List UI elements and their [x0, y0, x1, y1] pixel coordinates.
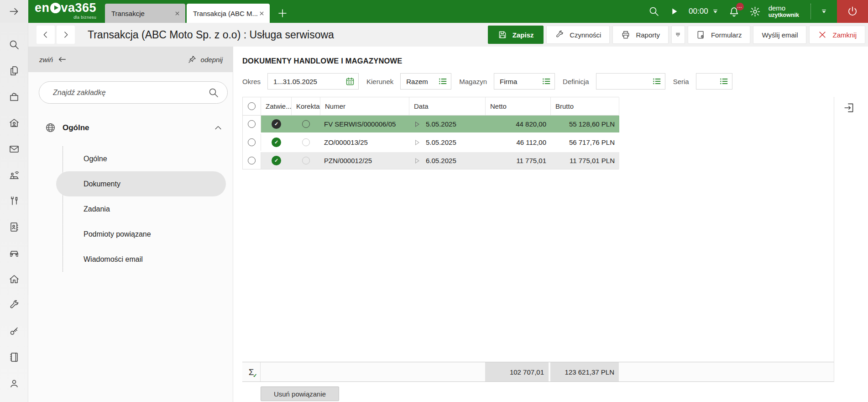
- row-selector[interactable]: [243, 152, 261, 169]
- open-in-list-button[interactable]: [842, 100, 857, 115]
- tab-transakcja-abc[interactable]: Transakcja (ABC M...: [187, 4, 270, 23]
- logout-power-button[interactable]: [837, 0, 868, 23]
- table-rows: ✓ FV SERWIS/000006/05 5.05.2025 44 820,0…: [243, 116, 619, 169]
- summary-spacer: [261, 362, 485, 381]
- unpin-icon: [188, 55, 197, 64]
- list-icon[interactable]: [719, 77, 728, 86]
- notifications-button[interactable]: ...: [728, 6, 740, 17]
- table-row[interactable]: ✓ PZN/000012/25 6.05.2025 11 775,01 11 7…: [243, 152, 619, 169]
- user-menu[interactable]: demo uzytkownik: [769, 4, 799, 19]
- work-timer[interactable]: 00:00: [689, 7, 719, 16]
- forward-button[interactable]: [57, 26, 75, 44]
- tree-item-podmioty[interactable]: Podmioty powiązane: [63, 222, 227, 247]
- list-icon[interactable]: [438, 77, 447, 86]
- send-email-button[interactable]: Wyślij email: [753, 26, 806, 44]
- col-korekta[interactable]: Korekta: [292, 97, 320, 115]
- form-button[interactable]: Formularz: [688, 26, 751, 44]
- definicja-input[interactable]: [601, 77, 652, 86]
- home-user-icon[interactable]: [9, 117, 20, 128]
- arrow-right-icon: [8, 5, 20, 17]
- reports-dropdown-button[interactable]: [671, 26, 685, 44]
- filter-label-definicja: Definicja: [563, 78, 589, 85]
- document-date: 5.05.2025: [426, 120, 456, 128]
- logo-text: va: [61, 2, 75, 14]
- document-number: FV SERWIS/000006/05: [320, 120, 409, 128]
- chevron-up-icon[interactable]: [214, 123, 223, 132]
- mail-icon[interactable]: [9, 143, 20, 154]
- table-row[interactable]: ✓ ZO/000013/25 5.05.2025 46 112,00 56 71…: [243, 134, 619, 151]
- kierunek-input[interactable]: [405, 77, 438, 86]
- documents-icon[interactable]: [9, 65, 20, 76]
- row-selector[interactable]: [243, 116, 261, 132]
- summary-tail: [619, 362, 834, 381]
- dropdown-icon[interactable]: [821, 8, 827, 15]
- sidebar-expand-button[interactable]: [0, 0, 28, 23]
- tab-search-input[interactable]: [52, 88, 208, 97]
- tree-item-dokumenty[interactable]: Dokumenty: [56, 171, 226, 196]
- app-window: en va 365 dla biznesu Transakcje Transak…: [0, 0, 868, 402]
- select-all-header[interactable]: [243, 97, 261, 115]
- netto-value: 11 775,01: [486, 157, 551, 164]
- remote-service-icon[interactable]: [9, 169, 20, 180]
- approved-check-icon: ✓: [272, 138, 281, 147]
- summary-row: Σ✓ 102 707,01 123 621,37 PLN: [242, 362, 834, 382]
- wrench-icon: [555, 30, 564, 39]
- radio-icon: [248, 138, 256, 146]
- tree-item-wiadomosci[interactable]: Wiadomości email: [63, 247, 227, 272]
- unpin-panel-button[interactable]: odepnij: [188, 55, 223, 64]
- seria-input[interactable]: [701, 77, 719, 86]
- search-icon[interactable]: [648, 6, 659, 17]
- search-icon[interactable]: [9, 39, 20, 50]
- vehicle-icon[interactable]: [9, 248, 20, 259]
- save-button[interactable]: Zapisz: [488, 26, 544, 44]
- contact-card-icon[interactable]: [9, 222, 20, 233]
- play-icon[interactable]: [669, 6, 679, 16]
- col-brutto[interactable]: Brutto: [551, 97, 619, 115]
- home-icon[interactable]: [9, 274, 20, 285]
- calendar-icon[interactable]: [345, 77, 355, 86]
- tab-transakcje[interactable]: Transakcje: [105, 4, 185, 23]
- radio-icon: [248, 102, 256, 110]
- magazyn-input[interactable]: [499, 77, 542, 86]
- archive-drawer-icon[interactable]: [9, 91, 20, 102]
- tree-item-zadania[interactable]: Zadania: [63, 196, 227, 222]
- tree-item-ogolne[interactable]: Ogólne: [63, 146, 227, 171]
- collapse-panel-button[interactable]: zwiń: [39, 54, 67, 64]
- col-netto[interactable]: Netto: [486, 97, 551, 115]
- key-icon[interactable]: [9, 326, 20, 337]
- list-icon[interactable]: [652, 77, 661, 86]
- notebook-icon[interactable]: [9, 352, 20, 363]
- list-icon[interactable]: [542, 77, 551, 86]
- play-outline-icon[interactable]: [412, 156, 421, 165]
- col-data[interactable]: Data: [409, 97, 486, 115]
- filter-label-seria: Seria: [673, 78, 689, 85]
- brutto-value: 11 775,01 PLN: [551, 157, 619, 164]
- col-numer[interactable]: Numer: [320, 97, 409, 115]
- settings-gear-icon[interactable]: [749, 6, 761, 17]
- wrench-icon[interactable]: [9, 300, 20, 311]
- user-icon[interactable]: [9, 378, 20, 389]
- document-number: PZN/000012/25: [320, 157, 409, 164]
- tab-navigator-panel: zwiń odepnij Ogólne Ogólne Dokumenty Zad…: [28, 47, 233, 402]
- remove-link-button[interactable]: Usuń powiązanie: [261, 386, 339, 401]
- table-row[interactable]: ✓ FV SERWIS/000006/05 5.05.2025 44 820,0…: [243, 116, 619, 132]
- close-button[interactable]: Zamknij: [809, 26, 865, 44]
- new-tab-button[interactable]: [277, 4, 288, 23]
- brutto-value: 55 128,60 PLN: [551, 120, 619, 128]
- okres-input[interactable]: [272, 77, 345, 86]
- back-button[interactable]: [37, 26, 55, 44]
- sum-icon-cell[interactable]: Σ✓: [242, 362, 261, 381]
- col-zatwierdzone[interactable]: Zatwie...: [261, 97, 292, 115]
- play-outline-icon[interactable]: [412, 120, 421, 129]
- tree-root-ogolne[interactable]: Ogólne: [45, 122, 223, 133]
- logo-text: en: [35, 2, 50, 14]
- close-icon[interactable]: [259, 11, 264, 16]
- play-outline-icon[interactable]: [412, 138, 421, 147]
- tools-icon[interactable]: [9, 196, 20, 206]
- timer-value: 00:00: [689, 7, 708, 16]
- row-selector[interactable]: [243, 134, 261, 151]
- actions-button[interactable]: Czynności: [546, 26, 610, 44]
- close-icon[interactable]: [175, 11, 180, 16]
- main-content: DOKUMENTY HANDLOWE I MAGAZYNOWE Okres Ki…: [233, 47, 868, 402]
- reports-button[interactable]: Raporty: [612, 26, 669, 44]
